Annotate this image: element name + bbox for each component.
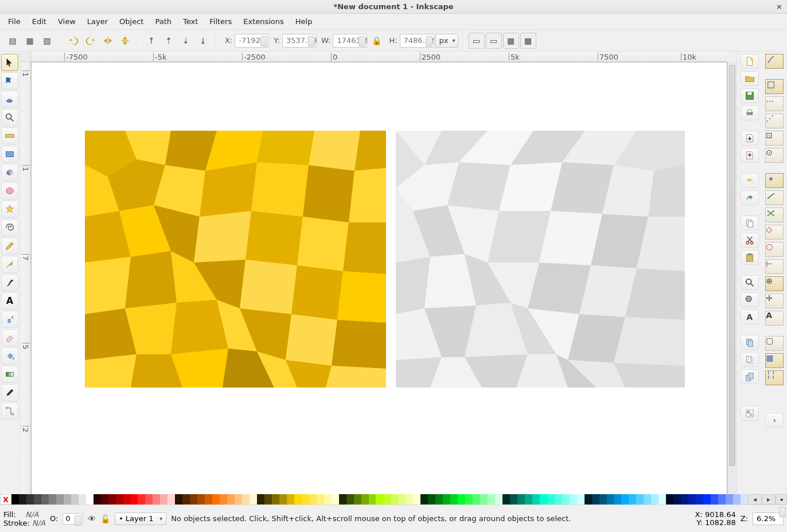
palette-swatch[interactable] <box>116 494 123 504</box>
snap-page-border-button[interactable]: ▢ <box>765 336 784 351</box>
snap-line-mid-button[interactable]: ⊢ <box>765 259 784 274</box>
tweak-tool[interactable] <box>1 91 18 108</box>
palette-swatch[interactable] <box>435 494 443 504</box>
palette-swatch[interactable] <box>101 494 108 504</box>
palette-swatch[interactable] <box>49 494 56 504</box>
palette-swatch[interactable] <box>227 494 235 504</box>
palette-swatch[interactable] <box>599 494 607 504</box>
palette-swatch[interactable] <box>488 494 495 504</box>
palette-swatch[interactable] <box>317 494 324 504</box>
save-button[interactable] <box>741 88 759 103</box>
selector-tool[interactable] <box>1 54 18 71</box>
dropper-tool[interactable] <box>1 384 18 401</box>
palette-swatch[interactable] <box>577 494 585 504</box>
palette-scroll-right[interactable]: ▸ <box>762 494 776 504</box>
palette-swatch[interactable] <box>502 494 510 504</box>
y-input[interactable]: 3537.99 <box>282 34 317 48</box>
palette-swatch[interactable] <box>547 494 555 504</box>
palette-swatch[interactable] <box>480 494 488 504</box>
snap-bbox-edge-button[interactable]: ⋯ <box>765 96 784 111</box>
palette-swatch[interactable] <box>555 494 562 504</box>
connector-tool[interactable] <box>1 402 18 420</box>
fill-stroke-indicator[interactable]: Fill: N/A Stroke: N/A <box>3 510 45 527</box>
palette-swatch[interactable] <box>205 494 212 504</box>
spray-tool[interactable] <box>1 311 18 328</box>
spiral-tool[interactable] <box>1 219 18 236</box>
palette-swatch[interactable] <box>287 494 294 504</box>
palette-swatch[interactable] <box>250 494 257 504</box>
lower-button[interactable]: ⇣ <box>178 33 194 49</box>
ruler-vertical[interactable]: 1 2 5 0 0 1 0 k 7 5 0 0 5 k 2 5 0 0 <box>21 62 31 521</box>
palette-swatch[interactable] <box>182 494 190 504</box>
palette-swatch[interactable] <box>681 494 688 504</box>
palette-swatch[interactable] <box>525 494 532 504</box>
menu-layer[interactable]: Layer <box>81 14 114 29</box>
move-gradients-button[interactable]: ▦ <box>503 33 519 49</box>
lock-ratio-button[interactable]: 🔒 <box>368 33 384 49</box>
deselect-button[interactable]: ▧ <box>39 33 55 49</box>
palette-swatch[interactable] <box>614 494 621 504</box>
menu-object[interactable]: Object <box>114 14 149 29</box>
palette-swatch[interactable] <box>510 494 517 504</box>
redo-button[interactable] <box>741 190 759 205</box>
palette-swatch[interactable] <box>190 494 197 504</box>
3dbox-tool[interactable] <box>1 164 18 181</box>
print-button[interactable] <box>741 105 759 120</box>
layer-select[interactable]: • Layer 1 <box>115 513 166 525</box>
palette-swatch[interactable] <box>197 494 205 504</box>
palette-swatch[interactable] <box>339 494 346 504</box>
palette-swatch[interactable] <box>413 494 420 504</box>
palette-swatch[interactable] <box>41 494 49 504</box>
snap-enable-button[interactable] <box>765 54 784 69</box>
palette-swatch[interactable] <box>398 494 406 504</box>
palette-swatch[interactable] <box>264 494 272 504</box>
clone-button[interactable] <box>741 352 759 367</box>
canvas[interactable] <box>31 62 727 522</box>
palette-swatch[interactable] <box>465 494 473 504</box>
palette-swatch[interactable] <box>562 494 570 504</box>
snap-bbox-corner-button[interactable]: ⋰ <box>765 114 784 128</box>
ruler-horizontal[interactable]: -7500 -5k -2500 0 2500 5k 7500 10k <box>31 52 726 62</box>
palette-swatch[interactable] <box>666 494 673 504</box>
palette-swatch[interactable] <box>309 494 317 504</box>
open-button[interactable] <box>741 71 759 86</box>
palette-swatch[interactable] <box>673 494 681 504</box>
snap-smooth-button[interactable]: ○ <box>765 242 784 257</box>
palette-swatch[interactable] <box>361 494 369 504</box>
palette-swatch[interactable] <box>659 494 666 504</box>
snap-text-baseline-button[interactable]: A <box>765 311 784 326</box>
palette-swatch[interactable] <box>26 494 34 504</box>
palette-swatch[interactable] <box>711 494 718 504</box>
snap-path-button[interactable] <box>765 190 784 205</box>
layer-visibility-icon[interactable]: 👁 <box>88 515 96 523</box>
palette-swatch[interactable] <box>644 494 651 504</box>
snap-object-center-button[interactable]: ⊕ <box>765 276 784 291</box>
menu-text[interactable]: Text <box>177 14 204 29</box>
paste-button[interactable] <box>741 250 759 265</box>
h-input[interactable]: 7486.52 <box>400 34 434 48</box>
palette-swatch[interactable] <box>495 494 502 504</box>
palette-swatch[interactable] <box>257 494 264 504</box>
palette-swatch[interactable] <box>294 494 302 504</box>
select-all-button[interactable]: ▦ <box>22 33 38 49</box>
palette-swatch[interactable] <box>235 494 242 504</box>
undo-button[interactable] <box>741 173 759 188</box>
menu-extensions[interactable]: Extensions <box>237 14 290 29</box>
canvas-image-yellow[interactable] <box>85 131 386 388</box>
select-all-layers-button[interactable]: ▤ <box>5 33 21 49</box>
palette-swatch[interactable] <box>346 494 354 504</box>
palette-swatch[interactable] <box>570 494 577 504</box>
snap-node-button[interactable] <box>765 173 784 188</box>
palette-swatch[interactable] <box>383 494 391 504</box>
star-tool[interactable] <box>1 201 18 218</box>
palette-swatch[interactable] <box>332 494 339 504</box>
group-button[interactable] <box>741 406 759 421</box>
palette-scroll-left[interactable]: ◂ <box>748 494 762 504</box>
palette-swatch[interactable] <box>376 494 383 504</box>
move-patterns-button[interactable]: ▩ <box>520 33 536 49</box>
palette-swatch[interactable] <box>212 494 220 504</box>
palette-swatch[interactable] <box>11 494 19 504</box>
unit-select[interactable]: px <box>435 34 458 48</box>
opacity-input[interactable]: 0 <box>63 513 83 525</box>
snap-guide-button[interactable]: ╎╎ <box>765 370 784 385</box>
